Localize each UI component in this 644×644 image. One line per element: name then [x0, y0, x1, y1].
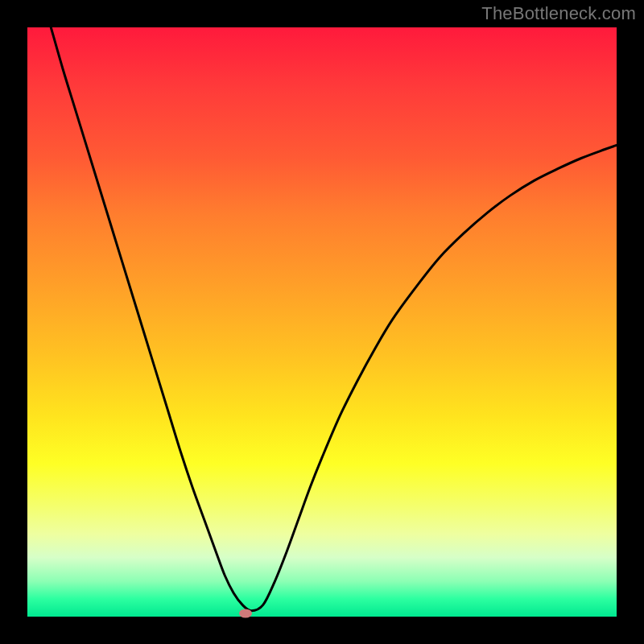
chart-frame: TheBottleneck.com — [0, 0, 644, 644]
curve-svg — [27, 27, 617, 617]
watermark-text: TheBottleneck.com — [481, 3, 636, 24]
plot-area — [27, 27, 617, 617]
minimum-marker — [239, 609, 252, 618]
bottleneck-curve — [51, 27, 617, 611]
